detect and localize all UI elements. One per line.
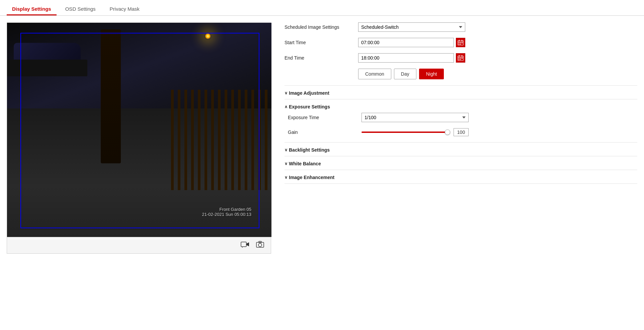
mode-buttons-row: Common Day Night <box>285 69 637 79</box>
image-adjustment-chevron: ∨ <box>285 91 288 95</box>
svg-rect-20 <box>460 58 461 59</box>
tab-display-settings[interactable]: Display Settings <box>7 3 57 15</box>
camera-controls <box>7 237 271 253</box>
gain-slider[interactable] <box>361 132 450 133</box>
exposure-settings-header[interactable]: ∧ Exposure Settings <box>285 104 637 109</box>
svg-rect-10 <box>459 43 460 43</box>
scene-tree <box>101 29 121 163</box>
svg-rect-23 <box>460 59 461 60</box>
mode-button-group: Common Day Night <box>358 69 637 79</box>
exposure-time-select[interactable]: 1/100 1/50 1/25 1/12 1/6 1/3 1/1 <box>361 113 469 122</box>
camera-label: Front Garden 05 <box>202 207 251 212</box>
scene-street-light <box>205 33 211 39</box>
backlight-settings-title: Backlight Settings <box>289 147 330 153</box>
tab-privacy-mask[interactable]: Privacy Mask <box>104 3 145 15</box>
day-button[interactable]: Day <box>394 69 416 79</box>
svg-rect-7 <box>459 40 460 41</box>
main-content: Front Garden 05 21-02-2021 Sun 05:00:13 <box>0 16 644 260</box>
tab-bar: Display Settings OSD Settings Privacy Ma… <box>0 0 644 16</box>
svg-rect-22 <box>459 59 460 60</box>
image-adjustment-header[interactable]: ∨ Image Adjustment <box>285 90 637 96</box>
camera-overlay-text: Front Garden 05 21-02-2021 Sun 05:00:13 <box>202 207 251 217</box>
svg-rect-12 <box>462 43 463 43</box>
divider-1 <box>285 85 637 86</box>
scheduled-image-label: Scheduled Image Settings <box>285 24 358 30</box>
end-time-calendar-icon[interactable] <box>456 53 465 63</box>
gain-label: Gain <box>288 130 361 135</box>
svg-point-4 <box>258 243 262 247</box>
divider-4 <box>285 156 637 156</box>
tab-osd-settings[interactable]: OSD Settings <box>60 3 101 15</box>
svg-rect-11 <box>460 43 461 43</box>
scene-car <box>14 43 81 76</box>
svg-rect-21 <box>462 58 463 59</box>
divider-6 <box>285 183 637 184</box>
camera-panel: Front Garden 05 21-02-2021 Sun 05:00:13 <box>7 22 271 254</box>
image-enhancement-title: Image Enhancement <box>289 175 334 180</box>
svg-rect-16 <box>459 55 460 57</box>
white-balance-header[interactable]: ∨ White Balance <box>285 161 637 166</box>
exposure-time-label: Exposure Time <box>288 115 361 120</box>
camera-feed: Front Garden 05 21-02-2021 Sun 05:00:13 <box>7 23 271 237</box>
svg-marker-1 <box>246 242 249 246</box>
camera-timestamp: 21-02-2021 Sun 05:00:13 <box>202 212 251 217</box>
svg-rect-0 <box>241 242 246 247</box>
svg-rect-13 <box>459 44 460 45</box>
end-time-wrapper <box>358 53 465 63</box>
exposure-section: Exposure Time 1/100 1/50 1/25 1/12 1/6 1… <box>285 113 637 136</box>
common-button[interactable]: Common <box>358 69 391 79</box>
exposure-time-control: 1/100 1/50 1/25 1/12 1/6 1/3 1/1 <box>361 113 637 122</box>
svg-rect-14 <box>460 44 461 45</box>
image-enhancement-chevron: ∨ <box>285 175 288 180</box>
settings-panel: Scheduled Image Settings Scheduled-Switc… <box>285 22 637 254</box>
exposure-time-row: Exposure Time 1/100 1/50 1/25 1/12 1/6 1… <box>288 113 637 122</box>
white-balance-chevron: ∨ <box>285 161 288 166</box>
gain-value: 100 <box>454 128 469 136</box>
end-time-label: End Time <box>285 55 358 61</box>
svg-rect-8 <box>462 40 462 41</box>
svg-point-2 <box>242 247 243 248</box>
image-enhancement-header[interactable]: ∨ Image Enhancement <box>285 175 637 180</box>
backlight-settings-chevron: ∨ <box>285 148 288 152</box>
start-time-input[interactable] <box>358 38 454 47</box>
video-record-icon[interactable] <box>241 241 249 250</box>
gain-row: Gain 100 <box>288 128 637 136</box>
start-time-wrapper <box>358 38 465 47</box>
scheduled-image-row: Scheduled Image Settings Scheduled-Switc… <box>285 22 637 32</box>
svg-rect-5 <box>259 241 261 243</box>
scheduled-image-select[interactable]: Scheduled-Switch Auto Manual <box>358 22 465 32</box>
end-time-control <box>358 53 637 63</box>
camera-wrapper: Front Garden 05 21-02-2021 Sun 05:00:13 <box>7 22 271 254</box>
end-time-input[interactable] <box>358 53 454 63</box>
image-adjustment-title: Image Adjustment <box>289 90 329 96</box>
night-button[interactable]: Night <box>419 69 444 79</box>
exposure-settings-title: Exposure Settings <box>289 104 330 109</box>
start-time-calendar-icon[interactable] <box>456 38 465 47</box>
gain-slider-wrapper: 100 <box>361 128 469 136</box>
start-time-row: Start Time <box>285 38 637 47</box>
svg-rect-19 <box>459 58 460 59</box>
mode-buttons-control: Common Day Night <box>358 69 637 79</box>
white-balance-title: White Balance <box>289 161 321 166</box>
end-time-row: End Time <box>285 53 637 63</box>
divider-5 <box>285 170 637 170</box>
divider-3 <box>285 142 637 143</box>
start-time-label: Start Time <box>285 40 358 45</box>
exposure-settings-chevron: ∧ <box>285 104 288 109</box>
scene-fence <box>171 90 271 190</box>
svg-rect-17 <box>462 55 462 57</box>
divider-2 <box>285 99 637 99</box>
backlight-settings-header[interactable]: ∨ Backlight Settings <box>285 147 637 153</box>
scheduled-image-control: Scheduled-Switch Auto Manual <box>358 22 637 32</box>
snapshot-icon[interactable] <box>256 241 264 250</box>
start-time-control <box>358 38 637 47</box>
